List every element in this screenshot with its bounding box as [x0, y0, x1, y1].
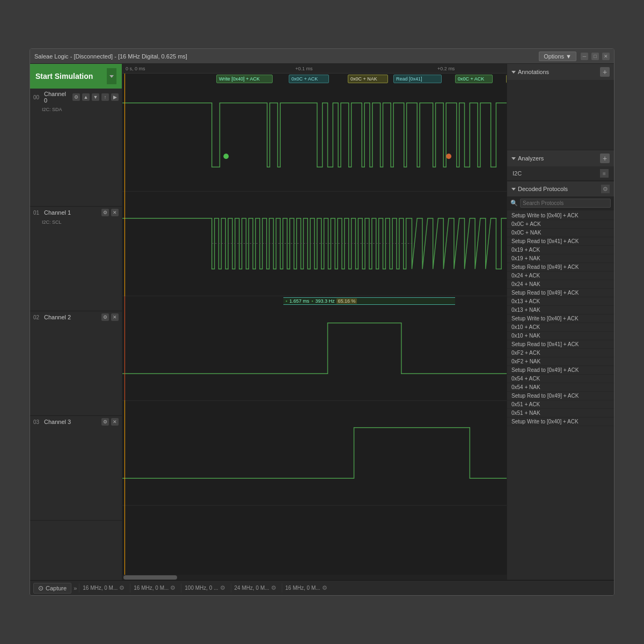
ch-setting-2: 100 MHz, 0 ... ⚙: [181, 583, 228, 592]
ch-setting-4-gear-icon[interactable]: ⚙: [322, 584, 327, 591]
analyzers-section: Analyzers + I2C ≡: [507, 150, 614, 181]
decoded-item[interactable]: Setup Read to [0x49] + ACK: [507, 289, 614, 297]
decoded-title: Decoded Protocols: [511, 186, 568, 192]
decoded-item[interactable]: 0x51 + NAK: [507, 409, 614, 418]
decoded-item[interactable]: 0x54 + ACK: [507, 375, 614, 383]
decoded-item[interactable]: 0x24 + ACK: [507, 272, 614, 280]
waveform-channels[interactable]: Write [0x40] + ACK 0x0C + ACK 0x0C + NAK…: [122, 74, 507, 575]
decoded-settings-button[interactable]: ⚙: [601, 185, 610, 193]
decoded-item[interactable]: 0x0C + ACK: [507, 220, 614, 229]
capture-icon: ⊙: [38, 584, 43, 592]
analyzers-add-button[interactable]: +: [600, 153, 610, 163]
decoded-item[interactable]: 0xF2 + ACK: [507, 349, 614, 357]
decoded-item[interactable]: 0x24 + NAK: [507, 280, 614, 289]
annotations-collapse-icon: [511, 71, 516, 74]
decoded-item[interactable]: 0x19 + ACK: [507, 246, 614, 254]
channel-2-header: 02 Channel 2 ⚙ ✕: [30, 311, 122, 323]
ch-setting-3: 24 MHz, 0 M... ⚙: [231, 583, 280, 592]
channel-2-num: 02: [33, 314, 42, 320]
app-window: Saleae Logic - [Disconnected] - [16 MHz …: [30, 48, 614, 596]
waveform-ch0[interactable]: Write [0x40] + ACK 0x0C + ACK 0x0C + NAK…: [122, 74, 507, 192]
decoded-item[interactable]: Setup Write to [0x40] + ACK: [507, 314, 614, 323]
annotations-header[interactable]: Annotations +: [507, 64, 614, 80]
capture-button[interactable]: ⊙ Capture: [33, 583, 71, 594]
waveform-scrollbar[interactable]: [122, 575, 507, 580]
start-simulation-button[interactable]: Start Simulation: [30, 64, 122, 89]
decoded-item[interactable]: Setup Read to [0x49] + ACK: [507, 366, 614, 375]
ch-setting-3-gear-icon[interactable]: ⚙: [271, 584, 276, 591]
right-panel: Annotations + Analyzers + I2C ≡: [507, 64, 614, 580]
channel-3-settings-icon[interactable]: ⚙: [101, 418, 109, 426]
search-protocols-input[interactable]: [520, 199, 611, 208]
ch-setting-0-gear-icon[interactable]: ⚙: [119, 584, 125, 591]
wave-ch3-svg: [122, 401, 507, 505]
decoded-item[interactable]: Setup Read to [0x41] + ACK: [507, 237, 614, 246]
decoded-item[interactable]: Setup Read to [0x41] + ACK: [507, 340, 614, 349]
bottom-bar: ⊙ Capture » 16 MHz, 0 M... ⚙ 16 MHz, 0 M…: [30, 580, 614, 595]
annotations-title: Annotations: [511, 69, 549, 75]
decoded-item[interactable]: 0x19 + NAK: [507, 254, 614, 263]
decoded-item[interactable]: 0x51 + ACK: [507, 400, 614, 409]
options-button[interactable]: Options ▼: [539, 52, 576, 61]
analyzers-title: Analyzers: [511, 155, 544, 162]
channel-0-num: 00: [33, 94, 42, 100]
decoded-item[interactable]: 0x54 + NAK: [507, 383, 614, 392]
decoded-item[interactable]: Setup Write to [0x40] + ACK: [507, 418, 614, 426]
channel-0-label: I2C: SDA: [30, 106, 122, 114]
channel-2-close-icon[interactable]: ✕: [111, 313, 119, 321]
decoded-protocols-list[interactable]: Setup Write to [0x40] + ACK0x0C + ACK0x0…: [507, 210, 614, 580]
decoded-item[interactable]: 0xF2 + NAK: [507, 357, 614, 366]
decoded-item[interactable]: 0x13 + ACK: [507, 297, 614, 306]
wave-ch1-svg: [122, 192, 507, 296]
decoded-item[interactable]: 0x13 + NAK: [507, 306, 614, 314]
analyzer-menu-button[interactable]: ≡: [600, 169, 609, 178]
waveform-ch3[interactable]: [122, 401, 507, 506]
scrollbar-thumb[interactable]: [123, 575, 177, 580]
decoded-item[interactable]: Setup Write to [0x40] + ACK: [507, 211, 614, 220]
waveform-ch2[interactable]: ▪ 1.657 ms ▪ 393.3 Hz 65.16 %: [122, 296, 507, 401]
channel-1-close-icon[interactable]: ✕: [111, 209, 119, 216]
wave-ch0-svg: [122, 74, 507, 191]
time-label-0: 0 s, 0 ms: [126, 66, 145, 71]
analyzers-collapse-icon: [511, 157, 516, 160]
waveform-ch1[interactable]: [122, 192, 507, 296]
channel-0-settings-icon[interactable]: ⚙: [72, 93, 80, 101]
left-panel: Start Simulation 00 Channel 0 ⚙ ▲ ▼ ↑ ▶ …: [30, 64, 122, 580]
fast-forward-icon[interactable]: »: [74, 585, 77, 591]
ch-setting-1-gear-icon[interactable]: ⚙: [170, 584, 175, 591]
channel-0-menu-icon[interactable]: ▶: [111, 93, 119, 101]
decoded-item[interactable]: 0x10 + ACK: [507, 323, 614, 332]
channel-1-name: Channel 1: [44, 209, 99, 216]
channel-0-down-icon[interactable]: ▼: [92, 93, 99, 101]
decoded-protocols-section: Decoded Protocols ⚙ 🔍 Setup Write to [0x…: [507, 181, 614, 580]
channel-0-up-icon[interactable]: ▲: [82, 93, 90, 101]
time-ruler: 0 s, 0 ms +0.1 ms +0.2 ms: [122, 64, 507, 74]
annotations-add-button[interactable]: +: [600, 67, 610, 77]
decoded-item[interactable]: 0x0C + NAK: [507, 229, 614, 237]
ch-setting-4: 16 MHz, 0 M... ⚙: [282, 583, 331, 592]
minimize-button[interactable]: ─: [581, 53, 588, 60]
decoded-item[interactable]: Setup Read to [0x49] + ACK: [507, 263, 614, 272]
channel-1-label: I2C: SCL: [30, 218, 122, 227]
analyzers-header[interactable]: Analyzers +: [507, 150, 614, 166]
channel-3-header: 03 Channel 3 ⚙ ✕: [30, 416, 122, 428]
wave-ch2-svg: [122, 296, 507, 400]
close-button[interactable]: ✕: [602, 53, 610, 60]
channel-1-header: 01 Channel 1 ⚙ ✕: [30, 207, 122, 218]
decoded-item[interactable]: Setup Read to [0x49] + ACK: [507, 392, 614, 400]
decoded-item[interactable]: 0x10 + NAK: [507, 332, 614, 340]
ch-setting-2-gear-icon[interactable]: ⚙: [220, 584, 225, 591]
channel-3-name: Channel 3: [44, 419, 99, 425]
ch-setting-0: 16 MHz, 0 M... ⚙: [79, 583, 128, 592]
channel-3-close-icon[interactable]: ✕: [111, 418, 119, 426]
channel-2-name: Channel 2: [44, 314, 99, 320]
channel-1-settings-icon[interactable]: ⚙: [101, 209, 109, 216]
channel-2-settings-icon[interactable]: ⚙: [101, 313, 109, 321]
channel-0-trigger-icon[interactable]: ↑: [101, 93, 109, 101]
channel-0-header: 00 Channel 0 ⚙ ▲ ▼ ↑ ▶: [30, 89, 122, 106]
marker-green-1: [223, 153, 229, 159]
search-icon: 🔍: [510, 200, 518, 207]
maximize-button[interactable]: □: [591, 53, 599, 60]
annotations-content: [507, 80, 614, 150]
decoded-protocols-header[interactable]: Decoded Protocols ⚙: [507, 181, 614, 196]
